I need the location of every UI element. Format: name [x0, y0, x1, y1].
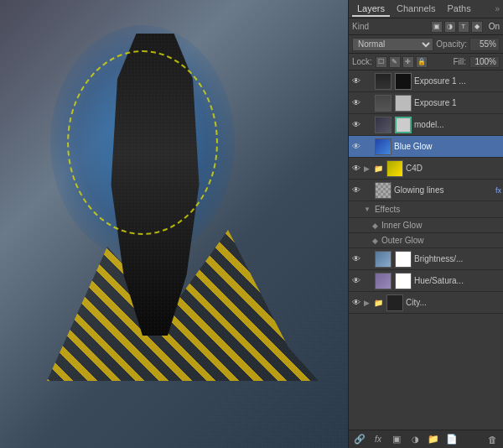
canvas-area	[0, 0, 348, 448]
layer-item[interactable]: 👁 Exposure 1	[349, 92, 503, 114]
layer-name: model...	[414, 120, 501, 129]
chain-icon	[364, 119, 372, 131]
expand-arrow[interactable]: ▼	[364, 206, 371, 213]
delete-layer-btn[interactable]: 🗑	[485, 433, 500, 446]
layer-name: C4D	[406, 164, 501, 173]
lock-pixels-btn[interactable]: ✎	[389, 56, 401, 68]
layer-mask-thumbnail	[395, 273, 412, 289]
opacity-label: Opacity:	[436, 39, 467, 49]
add-style-btn[interactable]: fx	[371, 433, 386, 446]
visibility-toggle[interactable]: 👁	[350, 119, 362, 131]
group-icon: 📁	[372, 297, 384, 309]
opacity-input[interactable]	[469, 38, 500, 51]
options-row: Normal Multiply Screen Overlay Opacity:	[349, 35, 503, 54]
layers-list: 👁 Exposure 1 ... 👁 Exposure 1 👁 model...…	[349, 70, 503, 430]
kind-adjust-btn[interactable]: ◑	[444, 21, 456, 33]
layer-mask-thumbnail	[395, 251, 412, 268]
chain-icon	[364, 76, 372, 87]
layer-item-brightness[interactable]: 👁 Brightness/...	[349, 248, 503, 270]
layer-name: Exposure 1 ...	[414, 76, 501, 86]
chain-icon	[364, 253, 372, 265]
kind-row: Kind ▣ ◑ T ◆ On	[349, 18, 503, 35]
effect-diamond: ◆	[372, 237, 378, 245]
visibility-toggle[interactable]: 👁	[350, 185, 362, 196]
fill-input[interactable]	[469, 56, 500, 68]
chain-icon	[364, 97, 372, 109]
layer-thumbnail	[375, 73, 392, 90]
kind-pixel-btn[interactable]: ▣	[431, 21, 443, 33]
layer-thumbnail	[375, 95, 392, 112]
layer-name: Hue/Satura...	[414, 276, 501, 285]
layer-name: Blue Glow	[394, 142, 501, 151]
layer-item-c4d[interactable]: 👁 ▶ 📁 C4D	[349, 158, 503, 180]
panel-tabs: Layers Channels Paths »	[349, 0, 503, 18]
layer-thumbnail	[375, 273, 392, 289]
layer-item-effects[interactable]: ▼ Effects	[349, 201, 503, 218]
layer-item-blue-glow[interactable]: 👁 Blue Glow	[349, 136, 503, 158]
new-layer-btn[interactable]: 📄	[444, 433, 459, 446]
visibility-toggle[interactable]: 👁	[350, 163, 362, 175]
lock-label: Lock:	[352, 57, 372, 66]
layer-mask-thumbnail	[395, 117, 412, 133]
lock-all-btn[interactable]: 🔒	[416, 56, 428, 68]
layer-thumbnail	[375, 138, 392, 155]
tab-channels[interactable]: Channels	[392, 2, 440, 17]
effect-name: Outer Glow	[381, 236, 424, 245]
kind-label: Kind	[352, 22, 369, 31]
visibility-toggle[interactable]: 👁	[350, 297, 362, 309]
chain-icon	[364, 185, 372, 196]
tabs-menu-arrow[interactable]: »	[495, 4, 500, 13]
group-icon: 📁	[372, 163, 384, 175]
chain-icon	[364, 275, 372, 287]
visibility-toggle[interactable]: 👁	[350, 76, 362, 87]
bottom-toolbar: 🔗 fx ▣ ◑ 📁 📄 🗑	[349, 430, 503, 448]
panels-area: Layers Channels Paths » Kind ▣ ◑ T ◆ On …	[348, 0, 503, 448]
layer-thumbnail	[386, 294, 403, 311]
layer-item-glowing[interactable]: 👁 Glowing lines fx	[349, 180, 503, 201]
new-group-btn[interactable]: 📁	[426, 433, 441, 446]
lock-icons: ☐ ✎ ✛ 🔒	[376, 56, 428, 68]
expand-arrow[interactable]: ▶	[364, 299, 370, 307]
link-layers-btn[interactable]: 🔗	[352, 433, 367, 446]
lock-transparent-btn[interactable]: ☐	[376, 56, 387, 68]
layer-thumbnail	[375, 117, 392, 133]
layer-thumbnail	[375, 251, 392, 268]
layer-item-hue[interactable]: 👁 Hue/Satura...	[349, 270, 503, 292]
layer-name: Brightness/...	[414, 254, 501, 263]
new-adjustment-btn[interactable]: ◑	[407, 433, 423, 446]
visibility-toggle[interactable]: 👁	[350, 253, 362, 265]
chain-icon	[364, 141, 372, 153]
lock-row: Lock: ☐ ✎ ✛ 🔒 Fill:	[349, 54, 503, 70]
layer-name: City...	[406, 298, 501, 307]
layer-item-city[interactable]: 👁 ▶ 📁 City...	[349, 292, 503, 314]
fill-label: Fill:	[453, 57, 466, 66]
on-text: On	[489, 22, 500, 31]
layer-item[interactable]: 👁 model...	[349, 114, 503, 136]
layer-item-inner-glow[interactable]: ◆ Inner Glow	[349, 218, 503, 233]
layer-name: Glowing lines	[394, 185, 492, 195]
kind-shape-btn[interactable]: ◆	[471, 21, 483, 33]
layer-item-outer-glow[interactable]: ◆ Outer Glow	[349, 233, 503, 248]
visibility-toggle[interactable]: 👁	[350, 141, 362, 153]
blend-mode-select[interactable]: Normal Multiply Screen Overlay	[352, 38, 433, 51]
visibility-toggle[interactable]: 👁	[350, 97, 362, 109]
art-texture	[0, 0, 348, 448]
expand-arrow[interactable]: ▶	[364, 164, 370, 173]
effect-diamond: ◆	[372, 221, 378, 230]
layer-thumbnail	[375, 182, 392, 199]
kind-text-btn[interactable]: T	[458, 21, 469, 33]
effects-label: Effects	[375, 205, 400, 214]
layer-item[interactable]: 👁 Exposure 1 ...	[349, 70, 503, 92]
layer-thumbnail	[386, 160, 403, 177]
visibility-toggle[interactable]: 👁	[350, 275, 362, 287]
effect-name: Inner Glow	[381, 221, 422, 230]
tab-layers[interactable]: Layers	[352, 2, 390, 17]
tab-paths[interactable]: Paths	[443, 2, 476, 17]
add-mask-btn[interactable]: ▣	[389, 433, 404, 446]
layer-mask-thumbnail	[395, 95, 412, 112]
fx-badge: fx	[495, 186, 501, 195]
layer-name: Exposure 1	[414, 98, 501, 107]
layer-mask-thumbnail	[395, 73, 412, 90]
lock-position-btn[interactable]: ✛	[402, 56, 414, 68]
